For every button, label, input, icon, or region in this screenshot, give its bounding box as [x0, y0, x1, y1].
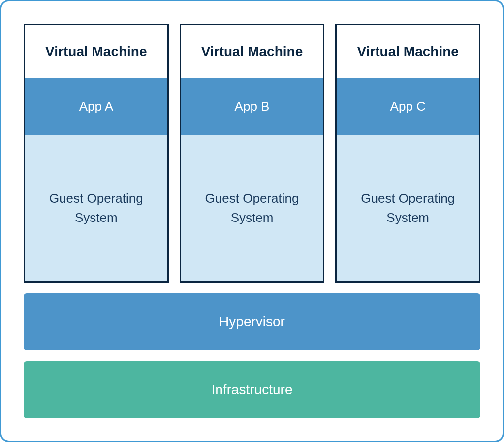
hypervisor-layer: Hypervisor	[24, 293, 480, 350]
guest-os-box: Guest Operating System	[25, 135, 167, 281]
diagram-container: Virtual Machine App A Guest Operating Sy…	[0, 0, 504, 442]
vm-box-c: Virtual Machine App C Guest Operating Sy…	[335, 24, 480, 283]
virtual-machines-row: Virtual Machine App A Guest Operating Sy…	[24, 24, 480, 283]
vm-title: Virtual Machine	[337, 25, 479, 78]
vm-title: Virtual Machine	[25, 25, 167, 78]
vm-box-b: Virtual Machine App B Guest Operating Sy…	[180, 24, 325, 283]
vm-title: Virtual Machine	[181, 25, 323, 78]
guest-os-box: Guest Operating System	[181, 135, 323, 281]
app-box: App A	[25, 78, 167, 135]
app-box: App C	[337, 78, 479, 135]
vm-box-a: Virtual Machine App A Guest Operating Sy…	[24, 24, 169, 283]
infrastructure-layer: Infrastructure	[24, 361, 480, 418]
app-box: App B	[181, 78, 323, 135]
guest-os-box: Guest Operating System	[337, 135, 479, 281]
